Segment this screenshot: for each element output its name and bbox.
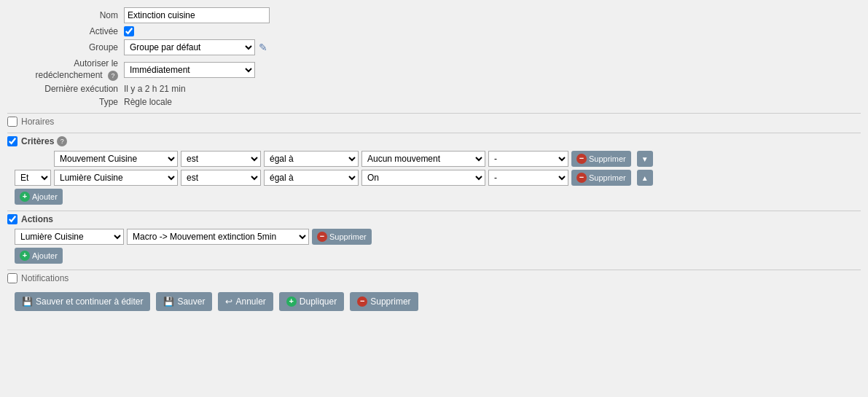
remove-minus-icon-action-1: − [317, 232, 327, 242]
criteria-remove-2[interactable]: − Supprimer [571, 170, 631, 186]
save-button[interactable]: 💾 Sauver [156, 292, 212, 311]
delete-button[interactable]: − Supprimer [350, 292, 418, 311]
criteria-row-1: Mouvement Cuisine est égal à Aucun mouve… [7, 151, 861, 167]
remove-minus-icon-2: − [576, 173, 587, 183]
duplicate-button[interactable]: + Dupliquer [279, 292, 344, 311]
groupe-select[interactable]: Groupe par défaut [124, 39, 255, 55]
nom-input[interactable] [124, 7, 270, 23]
criteria-sub-2[interactable]: - [488, 170, 568, 186]
criteria-add-button[interactable]: + Ajouter [15, 189, 63, 205]
autoriser-help-icon[interactable]: ? [108, 71, 118, 81]
actions-row-1: Lumière Cuisine Macro -> Mouvement extin… [7, 229, 861, 245]
delete-minus-icon: − [357, 296, 367, 307]
criteria-sub-1[interactable]: - [488, 151, 568, 167]
actions-checkbox[interactable] [7, 214, 17, 224]
criteria-value-1[interactable]: Aucun mouvement [361, 151, 485, 167]
criteria-comparator-2[interactable]: égal à [264, 170, 359, 186]
action-type-1[interactable]: Macro -> Mouvement extinction 5min [127, 229, 309, 245]
groupe-label: Groupe [7, 42, 124, 52]
criteres-checkbox[interactable] [7, 136, 17, 146]
criteres-section-header: Critères ? [7, 133, 861, 146]
duplicate-plus-icon: + [286, 296, 297, 307]
action-remove-1[interactable]: − Supprimer [312, 229, 372, 245]
actions-title: Actions [21, 214, 53, 224]
notifications-section-header: Notifications [7, 270, 861, 283]
action-device-1[interactable]: Lumière Cuisine [15, 229, 124, 245]
criteria-remove-1[interactable]: − Supprimer [571, 151, 631, 167]
actions-section-header: Actions [7, 211, 861, 224]
criteria-connector-2[interactable]: Et Ou [15, 170, 51, 186]
cancel-button[interactable]: ↩ Annuler [218, 292, 273, 311]
criteria-row-2: Et Ou Lumière Cuisine est égal à On - − … [7, 170, 861, 186]
criteria-device-1[interactable]: Mouvement Cuisine [54, 151, 178, 167]
horaires-checkbox[interactable] [7, 117, 17, 127]
activee-checkbox[interactable] [124, 26, 134, 36]
type-value: Règle locale [124, 97, 172, 107]
horaires-section-header: Horaires [7, 113, 861, 127]
criteria-operator-2[interactable]: est [181, 170, 261, 186]
criteria-value-2[interactable]: On [361, 170, 485, 186]
actions-add-button[interactable]: + Ajouter [15, 248, 63, 264]
autoriser-select[interactable]: Immédiatement [124, 62, 255, 78]
add-plus-icon-criteria: + [20, 192, 30, 202]
notifications-title: Notifications [21, 273, 69, 283]
save-floppy-icon: 💾 [163, 296, 174, 307]
criteres-title: Critères [21, 136, 54, 146]
up-arrow-icon-2: ▲ [641, 174, 649, 182]
criteria-down-1[interactable]: ▼ [637, 151, 653, 167]
criteria-up-2[interactable]: ▲ [637, 170, 653, 186]
save-continue-floppy-icon: 💾 [22, 296, 33, 307]
down-arrow-icon-1: ▼ [641, 155, 649, 163]
nom-label: Nom [7, 10, 124, 20]
horaires-title: Horaires [21, 117, 54, 127]
type-label: Type [7, 97, 124, 107]
remove-minus-icon-1: − [576, 154, 587, 164]
cancel-icon: ↩ [225, 296, 232, 307]
criteria-operator-1[interactable]: est [181, 151, 261, 167]
groupe-edit-icon[interactable]: ✎ [259, 42, 267, 53]
criteres-help-icon[interactable]: ? [57, 136, 67, 146]
add-plus-icon-actions: + [20, 251, 30, 261]
criteria-comparator-1[interactable]: égal à [264, 151, 359, 167]
derniere-label: Dernière exécution [7, 84, 124, 94]
derniere-value: Il y a 2 h 21 min [124, 84, 186, 94]
notifications-checkbox[interactable] [7, 273, 17, 283]
criteria-device-2[interactable]: Lumière Cuisine [54, 170, 178, 186]
save-continue-button[interactable]: 💾 Sauver et continuer à éditer [15, 292, 150, 311]
footer-buttons: 💾 Sauver et continuer à éditer 💾 Sauver … [7, 292, 861, 311]
activee-label: Activée [7, 26, 124, 36]
autoriser-label: Autoriser le redéclenchement ? [7, 58, 124, 81]
